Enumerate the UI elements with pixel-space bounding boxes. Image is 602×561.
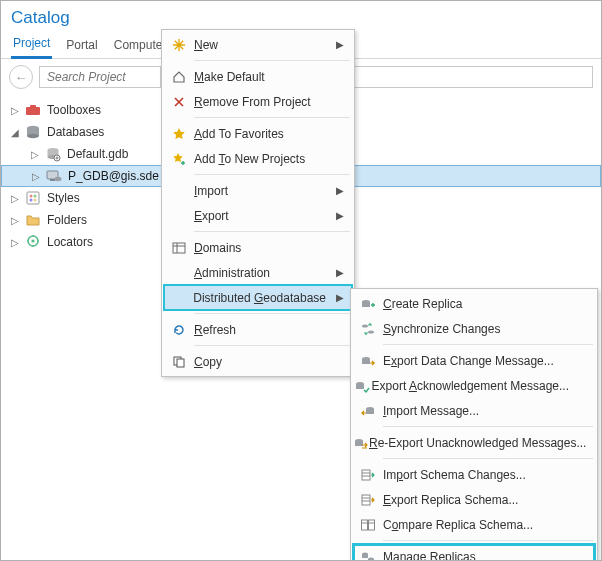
folder-icon <box>25 212 41 228</box>
svg-rect-36 <box>362 520 368 530</box>
create-replica-icon <box>353 291 383 316</box>
menu-item-export[interactable]: Export ▶ <box>164 203 352 228</box>
tab-project[interactable]: Project <box>11 32 52 59</box>
tree-label: P_GDB@gis.sde <box>66 169 159 183</box>
compare-schema-icon <box>353 512 383 537</box>
tree-label: Locators <box>45 235 93 249</box>
tree-label: Styles <box>45 191 80 205</box>
search-input[interactable] <box>45 69 155 85</box>
menu-separator <box>194 174 350 175</box>
svg-point-16 <box>34 199 37 202</box>
expander-icon[interactable]: ▷ <box>9 237 21 248</box>
tree-label: Folders <box>45 213 87 227</box>
reexport-icon <box>353 430 369 455</box>
svg-point-15 <box>30 199 33 202</box>
menu-item-administration[interactable]: Administration ▶ <box>164 260 352 285</box>
star-icon <box>164 121 194 146</box>
menu-label: Export Acknowledgement Message... <box>372 379 595 393</box>
menu-label: Copy <box>194 355 352 369</box>
svg-rect-23 <box>362 302 370 307</box>
blank-icon <box>164 203 194 228</box>
star-plus-icon <box>164 146 194 171</box>
menu-item-synchronize-changes[interactable]: Synchronize Changes <box>353 316 595 341</box>
menu-label: Domains <box>194 241 352 255</box>
menu-item-domains[interactable]: Domains <box>164 235 352 260</box>
menu-item-add-to-new-projects[interactable]: Add To New Projects <box>164 146 352 171</box>
expander-icon[interactable]: ▷ <box>9 215 21 226</box>
copy-icon <box>164 349 194 374</box>
menu-item-refresh[interactable]: Refresh <box>164 317 352 342</box>
menu-label: Import Message... <box>383 404 595 418</box>
menu-item-distributed-geodatabase[interactable]: Distributed Geodatabase ▶ <box>164 285 352 310</box>
expander-icon[interactable]: ▷ <box>9 105 21 116</box>
menu-item-export-replica-schema[interactable]: Export Replica Schema... <box>353 487 595 512</box>
menu-item-make-default[interactable]: Make Default <box>164 64 352 89</box>
menu-item-remove-from-project[interactable]: Remove From Project <box>164 89 352 114</box>
menu-item-import-message[interactable]: Import Message... <box>353 398 595 423</box>
remove-icon <box>164 89 194 114</box>
menu-label: Add To New Projects <box>194 152 352 166</box>
svg-rect-29 <box>356 384 364 389</box>
tree-label: Databases <box>45 125 104 139</box>
svg-rect-0 <box>26 107 40 115</box>
svg-point-13 <box>30 195 33 198</box>
menu-item-create-replica[interactable]: Create Replica <box>353 291 595 316</box>
svg-rect-21 <box>177 359 184 367</box>
menu-separator <box>383 426 593 427</box>
menu-label: Re-Export Unacknowledged Messages... <box>369 436 602 450</box>
menu-item-reexport-unack[interactable]: Re-Export Unacknowledged Messages... <box>353 430 595 455</box>
submenu-arrow-icon: ▶ <box>336 292 344 303</box>
menu-label: Export Data Change Message... <box>383 354 595 368</box>
menu-item-export-data-change[interactable]: Export Data Change Message... <box>353 348 595 373</box>
submenu-arrow-icon: ▶ <box>336 185 344 196</box>
domains-icon <box>164 235 194 260</box>
menu-label: Refresh <box>194 323 352 337</box>
export-schema-icon <box>353 487 383 512</box>
search-box[interactable] <box>39 66 161 88</box>
expander-icon[interactable]: ◢ <box>9 127 21 138</box>
blank-icon <box>164 285 193 310</box>
svg-rect-31 <box>366 409 374 414</box>
expander-icon[interactable]: ▷ <box>9 193 21 204</box>
home-icon <box>164 64 194 89</box>
tab-compute[interactable]: Compute <box>112 34 165 58</box>
svg-point-14 <box>34 195 37 198</box>
svg-point-25 <box>368 330 374 333</box>
menu-separator <box>194 117 350 118</box>
tab-portal[interactable]: Portal <box>64 34 99 58</box>
manage-replicas-icon <box>353 544 383 561</box>
tree-label: Default.gdb <box>65 147 128 161</box>
catalog-pane: Catalog Project Portal Compute ← ▷ Toolb… <box>0 0 602 561</box>
tree-label: Toolboxes <box>45 103 101 117</box>
menu-item-add-to-favorites[interactable]: Add To Favorites <box>164 121 352 146</box>
styles-icon <box>25 190 41 206</box>
back-button[interactable]: ← <box>9 65 33 89</box>
menu-separator <box>383 540 593 541</box>
menu-separator <box>383 458 593 459</box>
menu-label: Compare Replica Schema... <box>383 518 595 532</box>
expander-icon[interactable]: ▷ <box>29 149 41 160</box>
svg-rect-1 <box>30 105 36 108</box>
svg-rect-33 <box>355 441 363 446</box>
menu-item-import-schema-changes[interactable]: Import Schema Changes... <box>353 462 595 487</box>
submenu-arrow-icon: ▶ <box>336 267 344 278</box>
menu-item-compare-replica-schema[interactable]: Compare Replica Schema... <box>353 512 595 537</box>
svg-rect-10 <box>50 179 55 181</box>
svg-rect-37 <box>369 520 375 530</box>
menu-item-export-ack[interactable]: Export Acknowledgement Message... <box>353 373 595 398</box>
blank-icon <box>164 178 194 203</box>
svg-rect-34 <box>362 470 370 480</box>
menu-label: Distributed Geodatabase <box>193 291 352 305</box>
menu-item-copy[interactable]: Copy <box>164 349 352 374</box>
menu-label: New <box>194 38 352 52</box>
expander-icon[interactable]: ▷ <box>30 171 42 182</box>
menu-item-manage-replicas[interactable]: Manage Replicas <box>353 544 595 561</box>
menu-label: Import Schema Changes... <box>383 468 595 482</box>
submenu-distributed-geodatabase: Create Replica Synchronize Changes Expor… <box>350 288 598 561</box>
menu-label: Export Replica Schema... <box>383 493 595 507</box>
menu-label: Export <box>194 209 352 223</box>
submenu-arrow-icon: ▶ <box>336 39 344 50</box>
arrow-left-icon: ← <box>15 70 28 85</box>
menu-item-new[interactable]: New ▶ <box>164 32 352 57</box>
menu-item-import[interactable]: Import ▶ <box>164 178 352 203</box>
